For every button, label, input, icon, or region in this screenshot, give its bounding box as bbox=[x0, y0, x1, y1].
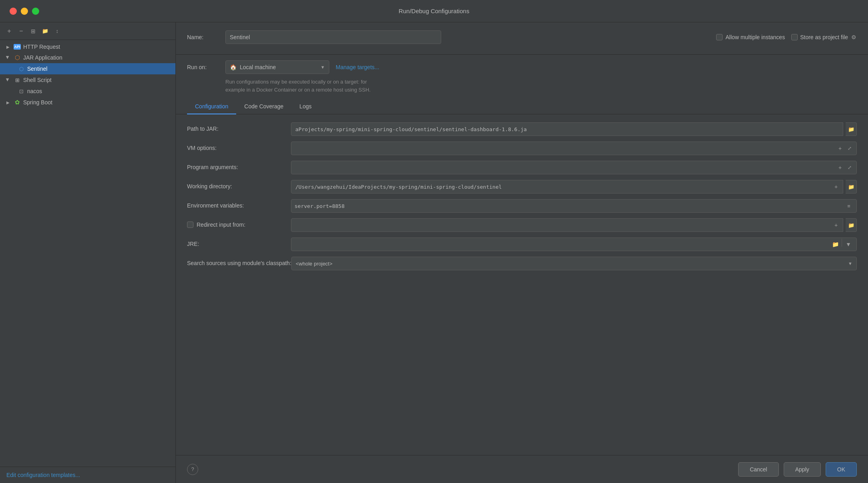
move-to-folder-button[interactable]: 📁 bbox=[41, 27, 50, 36]
redirect-input-input[interactable] bbox=[295, 222, 832, 228]
dropdown-arrow-icon: ▼ bbox=[321, 65, 325, 70]
run-on-select[interactable]: 🏠 Local machine ▼ bbox=[225, 60, 329, 74]
path-to-jar-folder-button[interactable]: 📁 bbox=[846, 122, 857, 136]
close-button[interactable] bbox=[10, 8, 17, 15]
working-dir-folder-button[interactable]: 📁 bbox=[846, 180, 857, 194]
sort-button[interactable]: ↕ bbox=[53, 27, 62, 36]
run-on-value: Local machine bbox=[240, 64, 276, 70]
tab-logs[interactable]: Logs bbox=[291, 99, 319, 114]
jre-separator bbox=[842, 239, 842, 247]
left-footer: Edit configuration templates... bbox=[0, 467, 175, 483]
redirect-input-checkbox[interactable] bbox=[187, 222, 193, 228]
sidebar-item-label: nacos bbox=[27, 88, 42, 94]
gear-icon[interactable]: ⚙ bbox=[850, 34, 857, 40]
classpath-label: Search sources using module's classpath: bbox=[187, 257, 291, 266]
program-args-row: Program arguments: + ⤢ bbox=[187, 161, 857, 174]
name-label: Name: bbox=[187, 34, 219, 40]
program-args-input[interactable] bbox=[295, 165, 836, 171]
api-icon: API bbox=[14, 44, 21, 50]
program-args-field: + ⤢ bbox=[291, 161, 857, 174]
nacos-icon: ⊡ bbox=[18, 88, 25, 95]
path-to-jar-input[interactable] bbox=[295, 126, 840, 132]
store-as-project-checkbox[interactable] bbox=[791, 34, 798, 40]
expand-arrow-icon: ▶ bbox=[5, 54, 11, 61]
env-vars-label: Environment variables: bbox=[187, 199, 291, 209]
run-on-section: Run on: 🏠 Local machine ▼ Manage targets… bbox=[176, 55, 868, 99]
vm-options-row: VM options: + ⤢ bbox=[187, 142, 857, 155]
title-bar: Run/Debug Configurations bbox=[0, 0, 868, 22]
edit-templates-link[interactable]: Edit configuration templates... bbox=[6, 472, 80, 478]
jre-folder-button[interactable]: 📁 bbox=[830, 239, 841, 250]
sidebar-item-label: Spring Boot bbox=[23, 99, 52, 106]
main-layout: + − ⊞ 📁 ↕ ▶ API HTTP Request ▶ ⬡ JAR App… bbox=[0, 22, 868, 483]
maximize-button[interactable] bbox=[32, 8, 39, 15]
tab-code-coverage[interactable]: Code Coverage bbox=[236, 99, 291, 114]
expand-arrow-icon: ▶ bbox=[5, 44, 11, 50]
jre-row: JRE: 📁 ▼ bbox=[187, 238, 857, 251]
ok-button[interactable]: OK bbox=[826, 462, 857, 477]
env-vars-edit-button[interactable]: ≡ bbox=[844, 202, 853, 210]
working-dir-input[interactable] bbox=[295, 184, 832, 190]
remove-config-button[interactable]: − bbox=[17, 27, 26, 36]
redirect-input-row: Redirect input from: + 📁 bbox=[187, 218, 857, 232]
sidebar-item-jar-application[interactable]: ▶ ⬡ JAR Application bbox=[0, 52, 175, 63]
jar-icon: ⬡ bbox=[14, 54, 21, 61]
env-vars-row: Environment variables: server.port=8858 … bbox=[187, 199, 857, 213]
manage-targets-link[interactable]: Manage targets... bbox=[336, 64, 379, 70]
name-input[interactable] bbox=[225, 30, 441, 44]
copy-config-button[interactable]: ⊞ bbox=[29, 27, 38, 36]
run-on-select-inner: 🏠 Local machine bbox=[230, 64, 276, 70]
left-panel: + − ⊞ 📁 ↕ ▶ API HTTP Request ▶ ⬡ JAR App… bbox=[0, 22, 176, 483]
jre-dropdown-button[interactable]: ▼ bbox=[843, 239, 854, 250]
store-as-project-label: Store as project file bbox=[800, 34, 848, 40]
redirect-input-add-button[interactable]: + bbox=[832, 221, 840, 230]
add-config-button[interactable]: + bbox=[5, 27, 14, 36]
program-args-add-button[interactable]: + bbox=[836, 163, 844, 172]
traffic-lights bbox=[10, 8, 39, 15]
path-to-jar-input-wrapper bbox=[291, 122, 843, 136]
sidebar-item-sentinel[interactable]: ⬡ Sentinel bbox=[0, 63, 175, 74]
minimize-button[interactable] bbox=[21, 8, 28, 15]
apply-button[interactable]: Apply bbox=[784, 462, 821, 477]
working-dir-actions: + bbox=[832, 182, 840, 191]
allow-multiple-checkbox[interactable] bbox=[716, 34, 723, 40]
working-dir-add-button[interactable]: + bbox=[832, 182, 840, 191]
sidebar-item-label: Shell Script bbox=[23, 77, 52, 83]
form-content: Path to JAR: 📁 VM options: + ⤢ bbox=[176, 114, 868, 455]
sidebar-item-label: Sentinel bbox=[27, 66, 48, 72]
vm-options-add-button[interactable]: + bbox=[836, 144, 844, 153]
jre-actions: 📁 ▼ bbox=[830, 239, 854, 250]
bottom-bar: ? Cancel Apply OK bbox=[176, 455, 868, 483]
expand-arrow-icon: ▶ bbox=[5, 99, 11, 106]
action-buttons: Cancel Apply OK bbox=[738, 462, 857, 477]
redirect-input-folder-button[interactable]: 📁 bbox=[846, 218, 857, 232]
left-toolbar: + − ⊞ 📁 ↕ bbox=[0, 22, 175, 40]
name-row: Name: Allow multiple instances Store as … bbox=[187, 30, 857, 44]
program-args-label: Program arguments: bbox=[187, 161, 291, 170]
home-icon: 🏠 bbox=[230, 64, 237, 70]
sidebar-item-http-request[interactable]: ▶ API HTTP Request bbox=[0, 42, 175, 52]
path-to-jar-field: 📁 bbox=[291, 122, 857, 136]
sidebar-item-shell-script[interactable]: ▶ ⊞ Shell Script bbox=[0, 74, 175, 86]
sidebar-item-label: HTTP Request bbox=[23, 44, 60, 50]
window-title: Run/Debug Configurations bbox=[399, 8, 470, 14]
sidebar-item-spring-boot[interactable]: ▶ ✿ Spring Boot bbox=[0, 97, 175, 108]
working-dir-label: Working directory: bbox=[187, 180, 291, 190]
env-vars-value: server.port=8858 bbox=[295, 203, 344, 209]
vm-options-input-wrapper: + ⤢ bbox=[291, 142, 857, 155]
jre-label: JRE: bbox=[187, 238, 291, 247]
sidebar-item-nacos[interactable]: ⊡ nacos bbox=[0, 86, 175, 97]
classpath-select[interactable]: <whole project> ▼ bbox=[291, 257, 857, 270]
vm-options-expand-button[interactable]: ⤢ bbox=[845, 144, 854, 153]
sentinel-icon: ⬡ bbox=[18, 65, 25, 72]
vm-options-input[interactable] bbox=[295, 146, 836, 152]
tab-configuration[interactable]: Configuration bbox=[187, 99, 236, 114]
run-on-row: Run on: 🏠 Local machine ▼ Manage targets… bbox=[187, 60, 857, 74]
redirect-input-field: + 📁 bbox=[291, 218, 857, 232]
tree-container: ▶ API HTTP Request ▶ ⬡ JAR Application ⬡… bbox=[0, 40, 175, 467]
jre-field-wrapper: 📁 ▼ bbox=[291, 238, 857, 251]
run-hint-text: Run configurations may be executed local… bbox=[225, 78, 857, 94]
cancel-button[interactable]: Cancel bbox=[738, 462, 779, 477]
program-args-expand-button[interactable]: ⤢ bbox=[845, 163, 854, 172]
help-button[interactable]: ? bbox=[187, 464, 198, 475]
